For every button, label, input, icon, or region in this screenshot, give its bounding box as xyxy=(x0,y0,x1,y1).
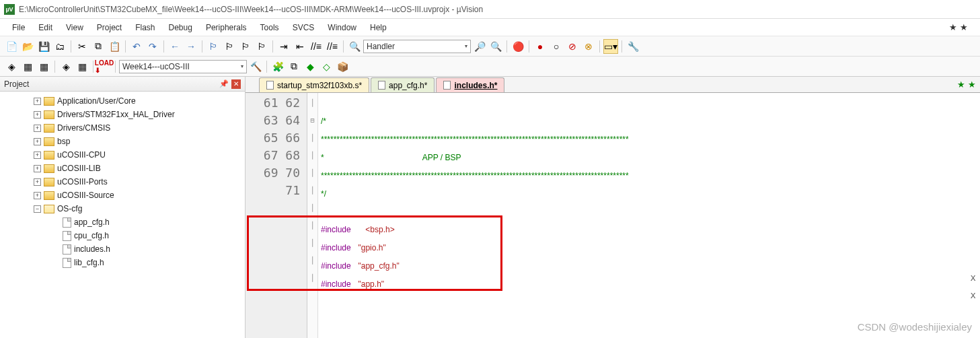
target-combo[interactable]: Week14---ucOS-III▾ xyxy=(119,60,247,73)
watermark: CSDN @wodeshijiexialey xyxy=(858,321,972,333)
expand-icon[interactable]: + xyxy=(34,125,41,132)
menu-help[interactable]: Help xyxy=(363,21,393,34)
rebuild-icon[interactable]: ▦ xyxy=(36,59,51,74)
window-layout-icon[interactable]: ▭▾ xyxy=(603,39,618,54)
tree-node[interactable]: +uCOSIII-Source xyxy=(0,189,245,202)
manage-components-icon[interactable]: 🧩 xyxy=(270,59,285,74)
tree-node[interactable]: +Drivers/STM32F1xx_HAL_Driver xyxy=(0,108,245,121)
menu-edit[interactable]: Edit xyxy=(32,21,59,34)
bookmark-prev-icon[interactable]: 🏳 xyxy=(222,39,237,54)
batch-build-icon[interactable]: ◈ xyxy=(59,59,73,74)
bookmark-clear-icon[interactable]: 🏳 xyxy=(254,39,269,54)
menu-file[interactable]: File xyxy=(5,21,32,34)
editor-tab[interactable]: app_cfg.h* xyxy=(371,77,435,92)
folder-icon xyxy=(44,110,54,119)
tree-node[interactable]: +Drivers/CMSIS xyxy=(0,121,245,135)
bookmark-next-icon[interactable]: 🏳 xyxy=(238,39,253,54)
cut-icon[interactable]: ✂ xyxy=(75,39,89,54)
configure-icon[interactable]: 🔧 xyxy=(626,39,640,54)
file-icon xyxy=(63,217,71,228)
project-panel-title: Project xyxy=(4,79,29,89)
copy-icon[interactable]: ⧉ xyxy=(91,39,106,54)
breakpoint-insert-icon[interactable]: ● xyxy=(533,39,548,54)
folder-icon xyxy=(44,164,54,173)
undo-icon[interactable]: ↶ xyxy=(129,39,144,54)
translate-icon[interactable]: ◈ xyxy=(4,59,19,74)
folder-icon xyxy=(44,178,54,187)
tab-label: startup_stm32f103xb.s* xyxy=(277,81,362,90)
manage-rte-icon[interactable]: ◆ xyxy=(303,59,317,74)
download-icon[interactable]: LOAD⬇ xyxy=(97,59,112,74)
breakpoint-disable-icon[interactable]: ⊘ xyxy=(565,39,580,54)
tree-node[interactable]: +uCOSIII-Ports xyxy=(0,175,245,189)
uncomment-icon[interactable]: //≡ xyxy=(325,39,340,54)
select-pack-icon[interactable]: ◇ xyxy=(319,59,334,74)
expand-icon[interactable]: + xyxy=(34,138,41,145)
folder-icon xyxy=(44,124,54,133)
expand-icon[interactable]: + xyxy=(34,165,41,172)
stop-build-icon[interactable]: ▦ xyxy=(75,59,89,74)
target-options-icon[interactable]: 🔨 xyxy=(248,59,263,74)
tree-label: OS-cfg xyxy=(57,204,82,213)
folder-icon xyxy=(44,151,54,160)
menu-svcs[interactable]: SVCS xyxy=(286,21,322,34)
expand-icon[interactable]: + xyxy=(34,178,41,186)
menu-tools[interactable]: Tools xyxy=(254,21,286,34)
indent-icon[interactable]: ⇥ xyxy=(276,39,291,54)
tree-node[interactable]: +uCOSIII-CPU xyxy=(0,148,245,162)
code-text[interactable]: /* *************************************… xyxy=(318,93,980,338)
collapse-icon[interactable]: − xyxy=(34,205,41,213)
save-icon[interactable]: 💾 xyxy=(36,39,51,54)
pin-icon[interactable]: 📌 xyxy=(219,79,229,88)
menu-window[interactable]: Window xyxy=(321,21,363,34)
toolbar-overflow-icon: ★ ★ xyxy=(957,79,976,90)
save-all-icon[interactable]: 🗂 xyxy=(52,39,67,54)
tree-label: includes.h xyxy=(74,244,110,254)
tree-node[interactable]: lib_cfg.h xyxy=(0,256,245,269)
file-extensions-icon[interactable]: ⧉ xyxy=(287,59,301,74)
build-icon[interactable]: ▦ xyxy=(20,59,35,74)
new-file-icon[interactable]: 📄 xyxy=(4,39,19,54)
tree-node[interactable]: +Application/User/Core xyxy=(0,94,245,108)
incremental-find-icon[interactable]: 🔍 xyxy=(488,39,503,54)
menu-project[interactable]: Project xyxy=(90,21,128,34)
bookmark-toggle-icon[interactable]: 🏳 xyxy=(206,39,221,54)
close-icon[interactable]: ✕ xyxy=(231,79,241,89)
tree-label: uCOSIII-CPU xyxy=(57,150,106,160)
tree-node[interactable]: +bsp xyxy=(0,135,245,148)
menu-debug[interactable]: Debug xyxy=(162,21,199,34)
expand-icon[interactable]: + xyxy=(34,98,41,105)
menu-flash[interactable]: Flash xyxy=(128,21,161,34)
project-panel-header: Project 📌 ✕ xyxy=(0,77,245,92)
editor-tab[interactable]: includes.h* xyxy=(436,77,504,92)
search-combo[interactable]: Handler▾ xyxy=(363,40,471,53)
breakpoint-enable-icon[interactable]: ○ xyxy=(549,39,564,54)
debug-icon[interactable]: 🔴 xyxy=(511,39,525,54)
expand-icon[interactable]: + xyxy=(34,192,41,199)
tree-node[interactable]: cpu_cfg.h xyxy=(0,229,245,242)
window-title: E:\MicroControllerUnit\STM32CubeMX_file\… xyxy=(19,5,483,14)
expand-icon[interactable]: + xyxy=(34,111,41,119)
project-tree[interactable]: +Application/User/Core+Drivers/STM32F1xx… xyxy=(0,92,245,338)
tree-node[interactable]: app_cfg.h xyxy=(0,215,245,229)
nav-fwd-icon[interactable]: → xyxy=(184,39,198,54)
outdent-icon[interactable]: ⇤ xyxy=(293,39,307,54)
open-file-icon[interactable]: 📂 xyxy=(20,39,35,54)
find-in-files-icon[interactable]: 🔎 xyxy=(472,39,487,54)
find-icon[interactable]: 🔍 xyxy=(347,39,362,54)
tree-label: app_cfg.h xyxy=(74,217,110,227)
pack-installer-icon[interactable]: 📦 xyxy=(335,59,350,74)
paste-icon[interactable]: 📋 xyxy=(107,39,122,54)
menu-peripherals[interactable]: Peripherals xyxy=(199,21,254,34)
breakpoint-kill-icon[interactable]: ⊗ xyxy=(581,39,596,54)
menu-view[interactable]: View xyxy=(59,21,90,34)
redo-icon[interactable]: ↷ xyxy=(145,39,160,54)
editor-tab[interactable]: startup_stm32f103xb.s* xyxy=(259,77,369,92)
expand-icon[interactable]: + xyxy=(34,151,41,159)
tree-node[interactable]: +uCOSIII-LIB xyxy=(0,162,245,175)
comment-icon[interactable]: //≡ xyxy=(309,39,324,54)
tree-node[interactable]: includes.h xyxy=(0,242,245,256)
nav-back-icon[interactable]: ← xyxy=(167,39,182,54)
tree-node[interactable]: −OS-cfg xyxy=(0,202,245,215)
fold-column[interactable]: │ ⊟ │ │ │ │ │ │ │ │ │ xyxy=(307,93,318,338)
